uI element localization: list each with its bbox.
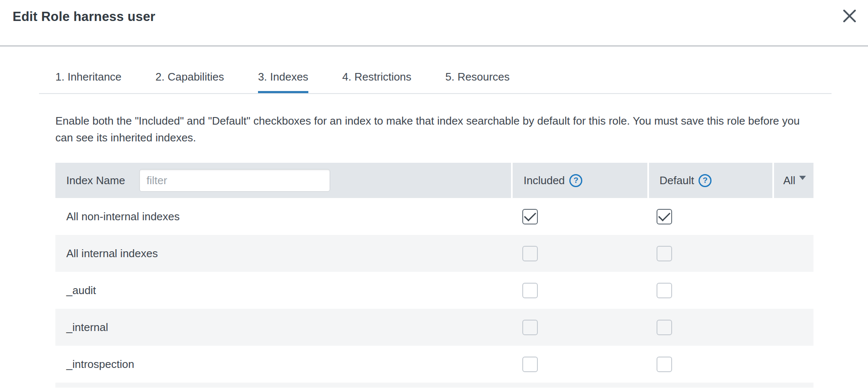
modal-title: Edit Role harness user (13, 9, 155, 24)
index-name-column-label: Index Name (66, 174, 125, 187)
table-body: All non-internal indexes All internal in… (55, 198, 813, 388)
index-filter-input[interactable] (139, 169, 330, 192)
close-button[interactable] (840, 7, 859, 25)
default-column-label: Default (659, 174, 694, 187)
table-row: All internal indexes (55, 235, 813, 272)
indexes-table: Index Name Included ? Default ? All All … (55, 163, 813, 388)
tab-restrictions[interactable]: 4. Restrictions (342, 70, 412, 93)
index-name-cell: All non-internal indexes (55, 210, 513, 223)
included-checkbox[interactable] (522, 283, 538, 298)
table-row: _introspection (55, 346, 813, 383)
default-checkbox[interactable] (657, 357, 672, 372)
default-checkbox[interactable] (657, 320, 672, 335)
included-checkbox[interactable] (522, 209, 538, 224)
tab-indexes[interactable]: 3. Indexes (258, 70, 308, 93)
index-name-cell: All internal indexes (55, 247, 513, 260)
table-row: All non-internal indexes (55, 198, 813, 235)
index-name-header-cell: Index Name (55, 163, 511, 198)
tab-capabilities[interactable]: 2. Capabilities (156, 70, 224, 93)
index-name: All non-internal indexes (66, 210, 180, 223)
tab-bar: 1. Inheritance 2. Capabilities 3. Indexe… (39, 47, 832, 94)
index-name: _internal (66, 321, 108, 334)
caret-down-icon (799, 176, 806, 180)
index-name: _introspection (66, 358, 134, 370)
index-name-cell: _audit (55, 284, 513, 297)
default-header-cell: Default ? (649, 163, 772, 198)
table-row: _internal (55, 309, 813, 346)
table-row-partial (55, 383, 813, 388)
included-header-cell: Included ? (513, 163, 647, 198)
index-name: _audit (66, 284, 96, 297)
default-checkbox[interactable] (657, 246, 672, 261)
tab-resources[interactable]: 5. Resources (446, 70, 510, 93)
default-checkbox[interactable] (657, 283, 672, 298)
description-text: Enable both the "Included" and "Default"… (55, 112, 801, 146)
modal-header: Edit Role harness user (0, 0, 868, 47)
table-row: _audit (55, 272, 813, 309)
help-icon[interactable]: ? (569, 174, 582, 187)
help-icon[interactable]: ? (699, 174, 712, 187)
index-name: All internal indexes (66, 247, 158, 260)
edit-role-modal: Edit Role harness user 1. Inheritance 2.… (0, 0, 868, 388)
all-dropdown[interactable]: All (774, 163, 813, 198)
index-name-cell: _introspection (55, 358, 513, 371)
all-dropdown-label: All (783, 174, 795, 187)
default-checkbox[interactable] (657, 209, 672, 224)
close-icon (840, 7, 859, 25)
included-checkbox[interactable] (522, 357, 538, 372)
index-name-cell: _internal (55, 321, 513, 334)
included-checkbox[interactable] (522, 320, 538, 335)
included-column-label: Included (524, 174, 565, 187)
included-checkbox[interactable] (522, 246, 538, 261)
table-header: Index Name Included ? Default ? All (55, 163, 813, 198)
tab-inheritance[interactable]: 1. Inheritance (55, 70, 122, 93)
